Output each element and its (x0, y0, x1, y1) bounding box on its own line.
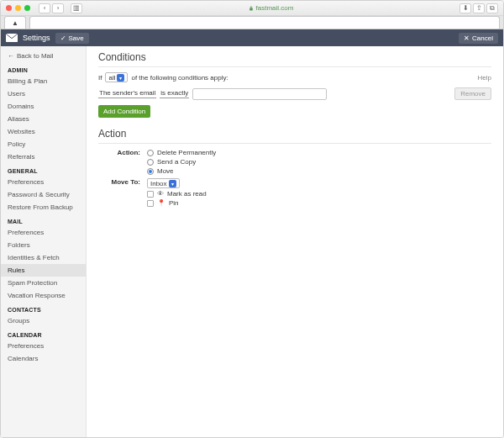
sidebar-item-billing-plan[interactable]: Billing & Plan (1, 75, 86, 87)
moveto-folder-select[interactable]: Inbox ▾ (147, 178, 180, 188)
sidebar-item-domains[interactable]: Domains (1, 100, 86, 113)
share-icon[interactable]: ⇪ (473, 3, 485, 13)
if-label: If (98, 74, 102, 82)
sidebar-section-heading: ADMIN (1, 62, 86, 75)
back-button[interactable]: ‹ (39, 3, 50, 13)
chevron-down-icon: ▾ (117, 74, 124, 82)
address-bar[interactable]: fastmail.com (86, 4, 456, 12)
close-window-icon[interactable] (6, 5, 12, 11)
chevron-down-icon: ▾ (169, 180, 176, 187)
sidebar-item-spam-protection[interactable]: Spam Protection (1, 277, 86, 289)
pin-icon: 📍 (157, 199, 165, 207)
browser-window: ‹ › ▥ fastmail.com ⬇ ⇪ ⧉ ▲ Settings Save… (0, 0, 504, 438)
sidebar-section-heading: MAIL (1, 214, 86, 226)
mail-logo-icon (6, 34, 18, 42)
radio-icon (147, 159, 154, 166)
tab-favicon: ▲ (12, 19, 18, 27)
action-heading: Action (98, 128, 491, 140)
sidebar-item-identities-fetch[interactable]: Identities & Fetch (1, 251, 86, 264)
checkbox-icon (147, 200, 154, 207)
condition-operator-select[interactable]: is exactly (160, 89, 189, 98)
save-button[interactable]: Save (55, 33, 89, 44)
action-option-move[interactable]: Move (147, 167, 491, 175)
sidebar-item-calendars[interactable]: Calendars (1, 352, 86, 365)
back-to-mail-link[interactable]: Back to Mail (1, 50, 86, 62)
main-content: Conditions If all ▾ of the following con… (87, 46, 503, 437)
cancel-button[interactable]: Cancel (459, 33, 498, 44)
conditions-heading: Conditions (98, 51, 491, 63)
forward-button[interactable]: › (52, 3, 64, 13)
moveto-label: Move To: (98, 178, 147, 207)
zoom-window-icon[interactable] (24, 5, 30, 11)
scope-tail-label: of the following conditions apply: (131, 74, 228, 82)
radio-icon (147, 168, 154, 175)
sidebar-item-users[interactable]: Users (1, 87, 86, 100)
minimize-window-icon[interactable] (15, 5, 21, 11)
sidebar-item-websites[interactable]: Websites (1, 125, 86, 138)
sidebar-item-groups[interactable]: Groups (1, 314, 86, 327)
help-link[interactable]: Help (478, 74, 491, 82)
sidebar-item-aliases[interactable]: Aliases (1, 113, 86, 125)
tab-strip: ▲ (1, 16, 503, 29)
sidebar-section-heading: GENERAL (1, 163, 86, 176)
sidebar-item-policy[interactable]: Policy (1, 138, 86, 150)
lock-icon (249, 6, 254, 11)
page-title: Settings (23, 34, 50, 42)
conditions-scope-row: If all ▾ of the following conditions app… (98, 72, 491, 82)
condition-value-input[interactable] (192, 88, 327, 100)
sidebar-item-preferences[interactable]: Preferences (1, 176, 86, 188)
downloads-icon[interactable]: ⬇ (459, 3, 471, 13)
sidebar-item-rules[interactable]: Rules (1, 264, 86, 277)
checkbox-icon (147, 191, 154, 198)
condition-field-select[interactable]: The sender's email (98, 89, 156, 98)
tabs-icon[interactable]: ⧉ (486, 3, 498, 13)
remove-condition-button[interactable]: Remove (454, 87, 491, 100)
sidebar-item-vacation-response[interactable]: Vacation Response (1, 289, 86, 302)
titlebar: ‹ › ▥ fastmail.com ⬇ ⇪ ⧉ (1, 1, 503, 16)
sidebar-item-preferences[interactable]: Preferences (1, 340, 86, 352)
action-option-send-a-copy[interactable]: Send a Copy (147, 158, 491, 166)
pinned-tab[interactable]: ▲ (4, 16, 26, 29)
add-condition-button[interactable]: Add Condition (98, 105, 150, 118)
settings-sidebar: Back to Mail ADMINBilling & PlanUsersDom… (1, 46, 87, 437)
url-host: fastmail.com (256, 4, 294, 12)
mark-as-read-option[interactable]: 👁 Mark as read (147, 190, 491, 198)
sidebar-item-restore-from-backup[interactable]: Restore From Backup (1, 201, 86, 214)
active-tab[interactable] (29, 16, 500, 29)
eye-slash-icon: 👁 (157, 190, 164, 198)
action-label: Action: (98, 149, 147, 175)
pin-option[interactable]: 📍 Pin (147, 199, 491, 207)
sidebar-toggle-icon[interactable]: ▥ (71, 3, 82, 13)
sidebar-section-heading: CONTACTS (1, 302, 86, 314)
sidebar-item-folders[interactable]: Folders (1, 239, 86, 251)
condition-row: The sender's email is exactly Remove (98, 87, 491, 100)
sidebar-item-password-security[interactable]: Password & Security (1, 188, 86, 201)
sidebar-item-referrals[interactable]: Referrals (1, 150, 86, 163)
radio-icon (147, 150, 154, 156)
sidebar-section-heading: CALENDAR (1, 327, 86, 340)
match-scope-select[interactable]: all ▾ (105, 72, 128, 82)
sidebar-item-preferences[interactable]: Preferences (1, 226, 86, 239)
action-option-delete-permanently[interactable]: Delete Permanently (147, 149, 491, 156)
app-header: Settings Save Cancel (1, 29, 503, 46)
